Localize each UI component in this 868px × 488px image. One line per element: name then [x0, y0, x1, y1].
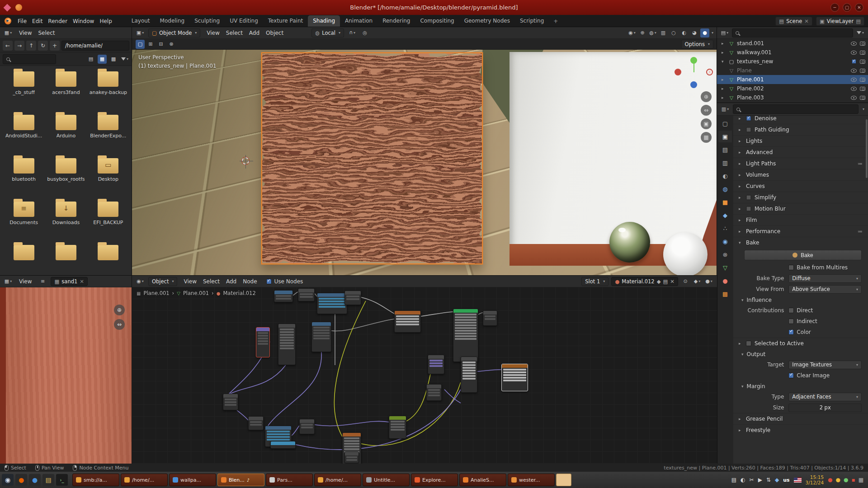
window-button-home[interactable]: /home/...	[121, 474, 168, 486]
selected-textured-plane[interactable]	[261, 52, 483, 264]
clipboard-icon[interactable]: ▤	[731, 477, 736, 483]
folder-documents[interactable]: ≡Documents	[3, 202, 45, 245]
shader-node-21[interactable]	[270, 441, 296, 449]
hide-viewport-icon[interactable]	[851, 42, 857, 46]
media-play-icon[interactable]: ▶	[758, 477, 762, 483]
window-button-wallpa[interactable]: wallpa...	[169, 474, 216, 486]
unlink-material-icon[interactable]: ✕	[670, 278, 675, 285]
camera-view-button[interactable]: ▣	[701, 118, 712, 129]
expand-icon[interactable]: ▸	[722, 77, 726, 82]
outliner-search-input[interactable]	[732, 28, 853, 38]
network-icon[interactable]: ⇅	[766, 477, 771, 483]
scene-properties-tab[interactable]: ◐	[718, 170, 732, 182]
list-view-button[interactable]: ▤	[86, 55, 95, 64]
section-advanced[interactable]: ▸Advanced	[733, 146, 868, 158]
workspace-tab-texture-paint[interactable]: Texture Paint	[263, 15, 308, 27]
section-freestyle[interactable]: ▸Freestyle	[733, 424, 868, 436]
section-film[interactable]: ▸Film	[733, 214, 868, 225]
section-bake[interactable]: ▾Bake	[733, 237, 868, 248]
shader-node-19[interactable]	[389, 416, 406, 439]
select-mode-intersect-icon[interactable]: ⊗	[167, 40, 176, 49]
folder-partial[interactable]	[3, 245, 45, 276]
bake-from-multires-checkbox[interactable]	[788, 265, 794, 270]
web-browser-icon[interactable]: ●	[15, 474, 27, 486]
hide-viewport-icon[interactable]	[851, 51, 857, 55]
folder-partial[interactable]	[45, 245, 87, 276]
disable-render-icon[interactable]	[860, 69, 865, 73]
menu-edit[interactable]: Edit	[29, 17, 45, 25]
denoise-checkbox[interactable]	[746, 116, 751, 121]
shader-node-4[interactable]	[344, 291, 361, 305]
menu-select[interactable]: Select	[35, 29, 57, 37]
shader-node-8[interactable]	[256, 327, 270, 357]
menu-node[interactable]: Node	[240, 277, 259, 286]
view-from-select[interactable]: Above Surface▾	[788, 285, 862, 294]
shader-node-1[interactable]	[274, 290, 293, 302]
disable-render-icon[interactable]	[860, 96, 865, 100]
color-checkbox[interactable]	[788, 329, 794, 335]
section-denoise[interactable]: ▸Denoise	[733, 116, 868, 124]
gizmos-toggle-icon[interactable]: ⊕	[638, 28, 647, 38]
shader-node-11[interactable]	[428, 355, 444, 374]
us-flag-icon[interactable]	[794, 478, 802, 483]
app-menu-icon[interactable]: ◉	[2, 474, 14, 486]
snap-magnet-icon[interactable]: ∪▾	[348, 28, 357, 38]
shading-wireframe-icon[interactable]: ○	[669, 28, 678, 38]
screenshot-icon[interactable]: ◐	[741, 477, 745, 483]
shader-node-5[interactable]	[394, 310, 421, 333]
texture-properties-tab[interactable]: ▩	[718, 288, 732, 300]
expand-icon[interactable]: ▸	[722, 50, 726, 55]
editor-type-icon[interactable]: ▥▾	[721, 105, 730, 114]
folder-cb-stuff[interactable]: _cb_stuff	[3, 71, 45, 115]
proportional-editing-icon[interactable]: ◎	[360, 28, 369, 38]
ortho-grid-button[interactable]: ▦	[701, 132, 712, 143]
subsection-margin[interactable]: ▾Margin	[733, 381, 868, 391]
preset-list-icon[interactable]: ≔	[858, 161, 863, 167]
menu-view[interactable]: View	[16, 277, 34, 286]
section-grease-pencil[interactable]: ▸Grease Pencil	[733, 413, 868, 424]
window-button-home[interactable]: /home/...	[314, 474, 361, 486]
properties-search-input[interactable]	[733, 104, 859, 114]
window-button-pars[interactable]: Pars...	[266, 474, 313, 486]
disable-render-icon[interactable]	[860, 60, 865, 64]
outliner-row-walkway-001[interactable]: ▸▽walkway.001	[717, 48, 868, 57]
outliner-row-plane-001[interactable]: ▸▽Plane.001	[717, 75, 868, 84]
bake-type-select[interactable]: Diffuse▾	[788, 274, 862, 283]
viewlayer-properties-tab[interactable]: ▥	[718, 157, 732, 169]
section-motion-blur[interactable]: ▸Motion Blur	[733, 203, 868, 214]
node-graph-canvas[interactable]: ▦Plane.001›▽Plane.001›●Material.012	[132, 287, 717, 464]
select-mode-new-icon[interactable]: ▢	[136, 40, 145, 49]
clear-image-checkbox[interactable]	[788, 373, 794, 378]
workspace-tab-uv-editing[interactable]: UV Editing	[225, 15, 263, 27]
thumbnail-view-button[interactable]: ▦	[98, 55, 107, 64]
updates-icon[interactable]: ●	[836, 477, 840, 483]
shader-node-14[interactable]	[223, 394, 238, 410]
window-button-explore[interactable]: Explore...	[411, 474, 458, 486]
workspace-tab-geometry-nodes[interactable]: Geometry Nodes	[459, 15, 515, 27]
editor-type-icon[interactable]: ▣▾	[136, 28, 145, 38]
output-properties-tab[interactable]: ▤	[718, 144, 732, 155]
window-button-smb-a[interactable]: smb://a...	[72, 474, 119, 486]
terminal-icon[interactable]: ›_	[56, 474, 68, 486]
motion-blur-checkbox[interactable]	[746, 206, 751, 211]
pan-button[interactable]: ⇔	[114, 319, 125, 330]
filter-button[interactable]: ▾	[120, 55, 129, 64]
workspace-tab-sculpting[interactable]: Sculpting	[189, 15, 225, 27]
shader-node-7[interactable]	[483, 310, 497, 326]
options-dropdown[interactable]: Options▾	[681, 40, 713, 49]
workspace-tab-shading[interactable]: Shading	[308, 15, 340, 27]
shader-node-6[interactable]	[453, 309, 478, 362]
hamburger-icon[interactable]: ≡	[38, 277, 47, 286]
folder-efi-backup[interactable]: EFI_BACKUP	[87, 202, 129, 245]
shader-node-9[interactable]	[278, 324, 296, 365]
package-icon[interactable]: ▪	[852, 477, 855, 483]
section-curves[interactable]: ▸Curves	[733, 180, 868, 192]
selected-to-active-checkbox[interactable]	[746, 341, 751, 346]
collection-checkbox[interactable]	[852, 59, 856, 64]
section-simplify[interactable]: ▸Simplify	[733, 192, 868, 203]
forward-button[interactable]: →	[14, 41, 24, 51]
blender-logo-icon[interactable]	[5, 18, 11, 24]
shader-node-12[interactable]	[461, 357, 477, 393]
file-search-input[interactable]	[3, 54, 56, 64]
pin-icon[interactable]: ⊙	[681, 277, 690, 286]
